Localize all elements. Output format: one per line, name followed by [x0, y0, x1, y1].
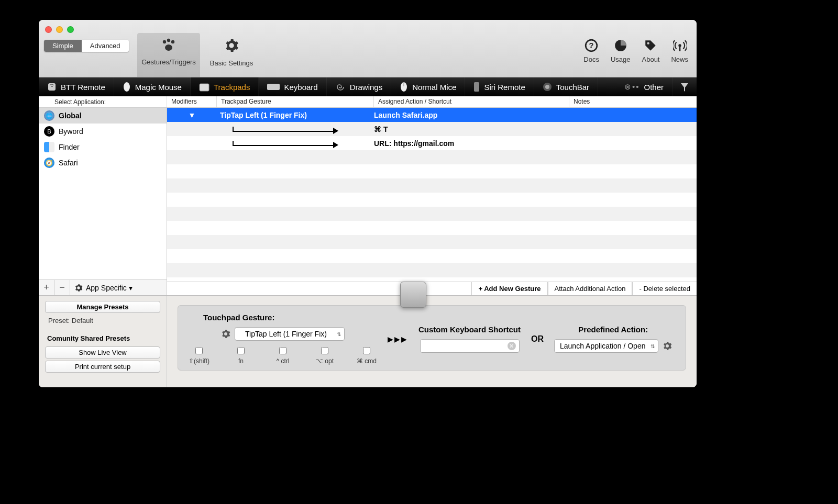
- clear-shortcut-icon[interactable]: ✕: [508, 342, 516, 350]
- gesture-table: ▼ TipTap Left (1 Finger Fix) Launch Safa…: [167, 108, 697, 282]
- gesture-config-panel: Touchpad Gesture: TipTap Left (1 Finger …: [178, 305, 686, 371]
- funnel-icon: [680, 82, 689, 92]
- siri-remote-icon: [473, 82, 480, 92]
- dev-drawings[interactable]: Drawings: [327, 77, 392, 96]
- add-app-button[interactable]: +: [39, 280, 54, 296]
- triangle-arrows-icon: ▶▶▶: [388, 335, 408, 343]
- svg-rect-12: [267, 84, 280, 90]
- print-setup-button[interactable]: Print current setup: [45, 361, 160, 373]
- tab-gestures-label: Gestures/Triggers: [141, 58, 196, 66]
- filter-button[interactable]: [672, 77, 697, 96]
- tab-basic-label: Basic Settings: [210, 59, 253, 67]
- keyboard-icon: [267, 84, 280, 90]
- sidebar-footer: + − App Specific ▾: [39, 279, 167, 295]
- dev-normal-mice[interactable]: Normal Mice: [391, 77, 465, 96]
- touchbar-icon: [543, 82, 552, 92]
- delete-selected-button[interactable]: - Delete selected: [632, 282, 697, 295]
- dev-keyboard[interactable]: Keyboard: [259, 77, 326, 96]
- app-byword[interactable]: B Byword: [39, 124, 167, 139]
- col-notes[interactable]: Notes: [569, 96, 697, 107]
- news-button[interactable]: News: [671, 39, 688, 63]
- table-action-row: + Add New Gesture Attach Additional Acti…: [167, 282, 697, 295]
- mod-cmd-checkbox[interactable]: [363, 347, 370, 354]
- table-row[interactable]: URL: https://gmail.com: [167, 136, 697, 150]
- pie-icon: [614, 39, 627, 52]
- svg-point-10: [124, 82, 130, 92]
- toolbar-tabs: Gestures/Triggers Basic Settings: [137, 33, 263, 77]
- titlebar: Simple Advanced Gestures/Triggers Basic …: [39, 20, 697, 77]
- finder-icon: [44, 142, 54, 152]
- gesture-gear-icon[interactable]: [221, 329, 230, 339]
- zoom-icon[interactable]: [67, 26, 74, 33]
- antenna-icon: [673, 39, 687, 52]
- attach-action-button[interactable]: Attach Additional Action: [548, 282, 633, 295]
- table-row[interactable]: ▼ TipTap Left (1 Finger Fix) Launch Safa…: [167, 108, 697, 122]
- app-safari[interactable]: 🧭 Safari: [39, 155, 167, 171]
- app-specific-menu[interactable]: App Specific ▾: [70, 284, 167, 292]
- mouse-icon: [123, 82, 131, 92]
- normal-mouse-icon: [400, 82, 408, 92]
- tab-basic-settings[interactable]: Basic Settings: [200, 33, 263, 77]
- gear-icon: [74, 284, 83, 292]
- action-gear-icon[interactable]: [663, 341, 672, 351]
- preset-pane: Manage Presets Preset: Default Comunity …: [39, 296, 167, 387]
- gear-icon: [224, 38, 239, 53]
- shortcut-input[interactable]: ✕: [420, 339, 520, 353]
- svg-text:?: ?: [589, 41, 593, 50]
- mod-opt-checkbox[interactable]: [321, 347, 328, 354]
- child-arrow-icon: [233, 141, 337, 146]
- minimize-icon[interactable]: [56, 26, 63, 33]
- dev-other[interactable]: ⊗•• Other: [616, 77, 672, 96]
- resize-handle[interactable]: [400, 282, 426, 308]
- gesture-select[interactable]: TipTap Left (1 Finger Fix): [235, 327, 345, 341]
- current-preset-label: Preset: Default: [45, 315, 160, 326]
- tag-icon: [644, 39, 657, 52]
- dev-magic-mouse[interactable]: Magic Mouse: [114, 77, 191, 96]
- table-row[interactable]: ⌘ T: [167, 122, 697, 136]
- predefined-action-select[interactable]: Launch Application / Open: [554, 339, 658, 353]
- col-gesture[interactable]: Trackpad Gesture: [217, 96, 374, 107]
- action-cell: ⌘ T: [374, 125, 697, 133]
- col-modifiers[interactable]: Modifiers: [167, 96, 217, 107]
- dev-siri-remote[interactable]: Siri Remote: [465, 77, 534, 96]
- trackpad-icon: [199, 83, 210, 92]
- byword-icon: B: [44, 126, 54, 137]
- mod-shift-checkbox[interactable]: [195, 347, 203, 354]
- remove-app-button[interactable]: −: [54, 280, 70, 296]
- dots-icon: ⊗••: [624, 82, 640, 92]
- app-list: 🌐 Global B Byword Finder 🧭 Safari: [39, 108, 167, 279]
- app-finder[interactable]: Finder: [39, 139, 167, 155]
- show-live-view-button[interactable]: Show Live View: [45, 346, 160, 359]
- app-global[interactable]: 🌐 Global: [39, 108, 167, 124]
- manage-presets-button[interactable]: Manage Presets: [45, 301, 160, 313]
- about-button[interactable]: About: [642, 39, 660, 63]
- close-icon[interactable]: [45, 26, 52, 33]
- child-arrow-icon: [233, 127, 337, 132]
- usage-button[interactable]: Usage: [611, 39, 631, 63]
- app-window: Simple Advanced Gestures/Triggers Basic …: [39, 20, 697, 387]
- docs-button[interactable]: ? Docs: [583, 39, 599, 63]
- toolbar-right: ? Docs Usage About News: [583, 39, 688, 63]
- dev-btt-remote[interactable]: BTT Remote: [39, 77, 114, 96]
- col-action[interactable]: Assigned Action / Shortcut: [374, 96, 569, 107]
- add-gesture-button[interactable]: + Add New Gesture: [471, 282, 547, 295]
- simple-tab[interactable]: Simple: [44, 40, 82, 52]
- svg-point-0: [163, 40, 166, 43]
- community-presets-header: Comunity Shared Presets: [45, 334, 160, 344]
- shortcut-header: Custom Keyboard Shortcut: [418, 325, 521, 334]
- mod-fn-checkbox[interactable]: [237, 347, 245, 354]
- dev-trackpads[interactable]: Trackpads: [191, 77, 259, 96]
- or-label: OR: [531, 334, 544, 344]
- columns-header: Select Application: Modifiers Trackpad G…: [39, 96, 697, 108]
- action-cell: Launch Safari.app: [374, 111, 697, 119]
- mod-ctrl-checkbox[interactable]: [279, 347, 286, 354]
- svg-rect-11: [200, 84, 209, 91]
- disclosure-icon[interactable]: ▼: [189, 111, 196, 119]
- spiral-icon: [335, 82, 346, 92]
- svg-point-7: [647, 42, 649, 44]
- dev-touchbar[interactable]: TouchBar: [534, 77, 598, 96]
- advanced-tab[interactable]: Advanced: [82, 40, 129, 52]
- device-tabs: BTT Remote Magic Mouse Trackpads Keyboar…: [39, 77, 697, 96]
- mode-segmented[interactable]: Simple Advanced: [44, 40, 129, 52]
- tab-gestures[interactable]: Gestures/Triggers: [137, 33, 200, 77]
